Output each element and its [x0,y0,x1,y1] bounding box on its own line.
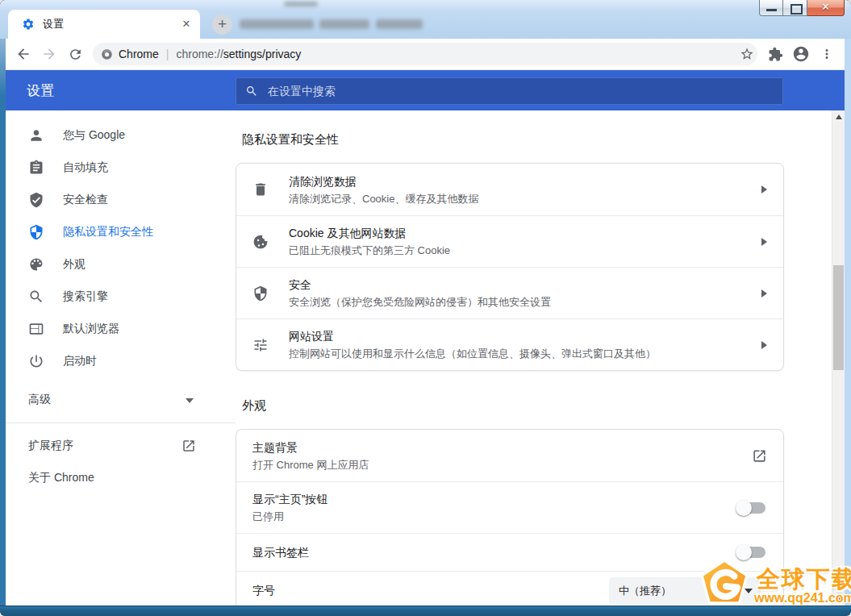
browser-window-icon [28,321,44,337]
sidebar-item-search-engine[interactable]: 搜索引擎 [6,281,236,313]
sidebar-item-about-chrome[interactable]: 关于 Chrome [6,462,236,494]
security-row[interactable]: 安全 安全浏览（保护您免受危险网站的侵害）和其他安全设置 [236,267,783,318]
chevron-right-icon [761,238,767,246]
open-in-new-icon [752,448,767,464]
extensions-label: 扩展程序 [28,439,73,453]
watermark-logo-icon [694,558,755,611]
settings-sidebar: 您与 Google 自动填充 安全检查 隐私设置和安全性 外观 搜索引擎 [6,110,236,606]
site-name: Chrome [119,48,159,60]
window-controls: ✕ [759,0,845,16]
sidebar-item-you-and-google[interactable]: 您与 Google [6,119,236,152]
blurred-background-title [376,19,423,29]
profile-button[interactable] [790,43,812,65]
about-label: 关于 Chrome [28,471,94,485]
window-border-right [845,39,851,606]
person-icon [28,127,44,144]
forward-button[interactable] [38,43,60,65]
font-size-selected-value: 中（推荐） [619,584,671,598]
sidebar-item-on-startup[interactable]: 启动时 [6,345,236,377]
url-path: settings/privacy [223,48,301,60]
tab-settings[interactable]: 设置 ✕ [8,10,200,39]
sidebar-item-default-browser[interactable]: 默认浏览器 [6,313,236,345]
kebab-menu-icon [820,47,834,61]
row-title: 安全 [289,277,761,293]
row-title: 字号 [252,582,609,599]
tab-close-icon[interactable]: ✕ [179,17,194,31]
autofill-clipboard-icon [28,160,44,176]
sidebar-item-extensions[interactable]: 扩展程序 [6,430,236,462]
power-icon [28,353,44,369]
watermark-url: www.qq241.com [754,591,851,606]
row-subtitle: 清除浏览记录、Cookie、缓存及其他数据 [289,191,761,206]
new-tab-button[interactable]: + [212,15,232,35]
row-subtitle: 已停用 [252,509,739,524]
site-watermark: 全球下载 www.qq241.com [690,556,851,613]
blurred-background-title [240,19,314,29]
chevron-right-icon [761,185,767,194]
row-title: 显示书签栏 [252,544,739,561]
sidebar-item-autofill[interactable]: 自动填充 [6,152,236,184]
extensions-puzzle-button[interactable] [764,43,786,65]
chevron-right-icon [761,341,767,349]
sidebar-item-safety-check[interactable]: 安全检查 [6,184,236,216]
settings-search-input[interactable] [266,84,774,98]
tune-sliders-icon [252,337,269,353]
main-scrollbar[interactable] [832,110,845,606]
blurred-background-title [284,2,318,6]
menu-button[interactable] [816,43,838,65]
sidebar-divider [6,422,236,423]
reload-button[interactable] [64,43,86,65]
cookies-row[interactable]: Cookie 及其他网站数据 已阻止无痕模式下的第三方 Cookie [236,215,783,267]
privacy-card: 清除浏览数据 清除浏览记录、Cookie、缓存及其他数据 Cookie 及其他网… [236,163,784,371]
palette-icon [28,256,44,273]
shield-icon [252,285,269,302]
clear-browsing-data-row[interactable]: 清除浏览数据 清除浏览记录、Cookie、缓存及其他数据 [236,164,783,215]
theme-row[interactable]: 主题背景 打开 Chrome 网上应用店 [236,430,783,481]
sidebar-item-privacy-and-security[interactable]: 隐私设置和安全性 [6,216,236,248]
sidebar-item-label: 默认浏览器 [63,322,119,336]
site-settings-row[interactable]: 网站设置 控制网站可以使用和显示什么信息（如位置信息、摄像头、弹出式窗口及其他） [236,318,783,370]
settings-search-box[interactable] [236,77,783,105]
window-minimize-button[interactable] [759,0,783,16]
sidebar-advanced-toggle[interactable]: 高级 [6,384,236,416]
row-title: Cookie 及其他网站数据 [289,225,761,242]
back-button[interactable] [12,43,35,65]
search-icon [28,289,44,305]
chevron-down-icon [186,398,194,403]
forward-arrow-icon [41,46,57,62]
reload-icon [68,47,83,62]
shield-check-icon [28,192,44,208]
back-arrow-icon [15,46,31,62]
tab-title: 设置 [43,17,179,31]
blurred-background-title [319,19,369,29]
window-maximize-button[interactable] [783,0,807,16]
row-title: 清除浏览数据 [289,173,761,190]
appearance-section-title: 外观 [242,398,832,414]
browser-window: 设置 ✕ + ✕ Chrome | chrome://settings/priv… [0,0,851,616]
row-subtitle: 安全浏览（保护您免受危险网站的侵害）和其他安全设置 [289,294,761,310]
sidebar-item-label: 您与 Google [63,128,125,143]
row-title: 主题背景 [252,439,752,456]
settings-header: 设置 [6,70,845,110]
sidebar-item-appearance[interactable]: 外观 [6,248,236,281]
window-border-left [0,39,6,606]
scrollbar-up-arrow-icon[interactable] [836,114,842,119]
scrollbar-thumb[interactable] [833,265,844,370]
row-subtitle: 控制网站可以使用和显示什么信息（如位置信息、摄像头、弹出式窗口及其他） [289,346,761,361]
cookie-icon [252,234,269,250]
row-title: 网站设置 [289,328,761,345]
privacy-section-title: 隐私设置和安全性 [242,132,832,148]
address-bar[interactable]: Chrome | chrome://settings/privacy [93,43,757,65]
sidebar-item-label: 启动时 [63,354,97,368]
settings-body: 您与 Google 自动填充 安全检查 隐私设置和安全性 外观 搜索引擎 [6,110,845,606]
chrome-logo-icon [101,48,113,60]
url-scheme: chrome:// [176,48,223,60]
chevron-right-icon [761,289,767,298]
bookmark-star-icon[interactable] [740,47,754,61]
sidebar-item-label: 外观 [63,257,86,272]
window-close-button[interactable]: ✕ [807,0,845,16]
search-icon [245,85,258,98]
settings-main: 隐私设置和安全性 清除浏览数据 清除浏览记录、Cookie、缓存及其他数据 Co… [236,110,832,606]
home-button-toggle-off[interactable] [739,502,765,514]
show-home-button-row: 显示“主页”按钮 已停用 [236,481,783,533]
